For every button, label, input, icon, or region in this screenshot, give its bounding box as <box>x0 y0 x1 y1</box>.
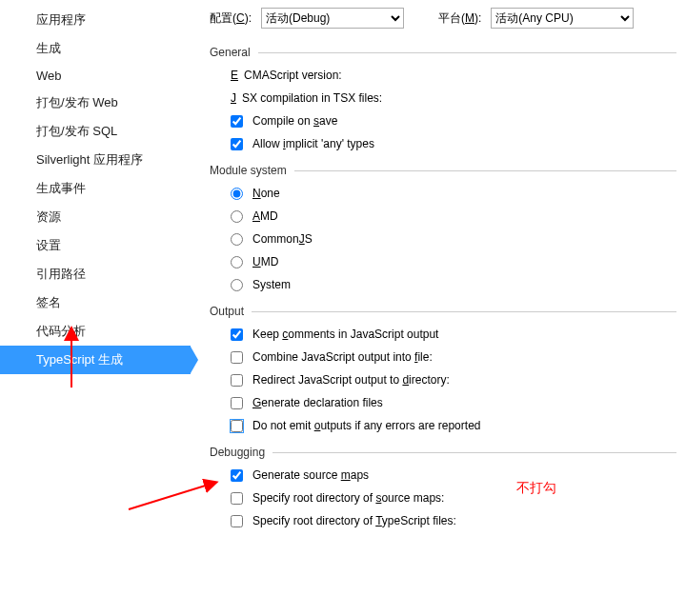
no-emit-on-error-label: Do not emit outputs if any errors are re… <box>252 419 480 432</box>
sidebar-item-code-analysis[interactable]: 代码分析 <box>0 317 191 346</box>
module-system-radio[interactable] <box>231 279 243 291</box>
keep-comments-label: Keep comments in JavaScript output <box>252 328 438 341</box>
sidebar-item-package-web[interactable]: 打包/发布 Web <box>0 89 191 117</box>
root-source-maps-checkbox[interactable] <box>231 492 243 505</box>
generate-source-maps-label: Generate source maps <box>252 468 369 482</box>
module-none-radio[interactable] <box>231 188 243 200</box>
module-commonjs-radio[interactable] <box>231 233 243 246</box>
sidebar-item-build[interactable]: 生成 <box>0 34 191 63</box>
content-panel: 配置(C): 活动(Debug) 平台(M): 活动(Any CPU) Gene… <box>191 0 686 616</box>
module-none-label: None <box>252 187 280 200</box>
module-amd-label: AMD <box>252 209 278 223</box>
sidebar-item-resources[interactable]: 资源 <box>0 203 191 231</box>
keep-comments-checkbox[interactable] <box>231 328 243 341</box>
sidebar-item-ref-paths[interactable]: 引用路径 <box>0 260 191 288</box>
root-typescript-checkbox[interactable] <box>231 515 243 527</box>
module-umd-radio[interactable] <box>231 256 243 268</box>
config-label: 配置(C): <box>210 10 252 27</box>
sidebar-item-package-sql[interactable]: 打包/发布 SQL <box>0 117 191 146</box>
allow-implicit-any-checkbox[interactable] <box>231 138 243 150</box>
generate-declaration-checkbox[interactable] <box>231 397 243 409</box>
platform-select[interactable]: 活动(Any CPU) <box>491 8 634 29</box>
config-select[interactable]: 活动(Debug) <box>261 8 404 29</box>
sidebar-item-build-events[interactable]: 生成事件 <box>0 174 191 203</box>
sidebar-item-app[interactable]: 应用程序 <box>0 6 191 34</box>
group-header-general: General <box>210 46 676 59</box>
group-header-module: Module system <box>210 164 676 177</box>
sidebar-item-typescript-build[interactable]: TypeScript 生成 <box>0 346 191 374</box>
module-system-label: System <box>252 278 291 291</box>
generate-declaration-label: Generate declaration files <box>252 396 383 409</box>
compile-on-save-label: Compile on save <box>252 114 337 128</box>
root-typescript-label: Specify root directory of TypeScript fil… <box>252 514 456 527</box>
combine-output-label: Combine JavaScript output into file: <box>252 350 433 364</box>
module-commonjs-label: CommonJS <box>252 232 313 246</box>
generate-source-maps-checkbox[interactable] <box>231 469 243 482</box>
redirect-output-label: Redirect JavaScript output to directory: <box>252 373 450 387</box>
ecmascript-version-label: ECMAScript version: <box>231 69 676 82</box>
compile-on-save-checkbox[interactable] <box>231 115 243 128</box>
no-emit-on-error-checkbox[interactable] <box>231 420 243 432</box>
sidebar-item-settings[interactable]: 设置 <box>0 231 191 260</box>
group-header-debugging: Debugging <box>210 446 676 459</box>
sidebar: 应用程序 生成 Web 打包/发布 Web 打包/发布 SQL Silverli… <box>0 0 191 616</box>
platform-label: 平台(M): <box>438 10 481 27</box>
sidebar-item-signing[interactable]: 签名 <box>0 288 191 317</box>
combine-output-checkbox[interactable] <box>231 351 243 364</box>
root-source-maps-label: Specify root directory of source maps: <box>252 491 444 505</box>
sidebar-item-web[interactable]: Web <box>0 63 191 89</box>
redirect-output-checkbox[interactable] <box>231 374 243 387</box>
jsx-compilation-label: JSX compilation in TSX files: <box>231 91 676 105</box>
sidebar-item-silverlight[interactable]: Silverlight 应用程序 <box>0 146 191 174</box>
allow-implicit-any-label: Allow implicit 'any' types <box>252 137 374 150</box>
module-umd-label: UMD <box>252 255 278 268</box>
group-header-output: Output <box>210 305 676 318</box>
config-row: 配置(C): 活动(Debug) 平台(M): 活动(Any CPU) <box>210 8 676 29</box>
module-amd-radio[interactable] <box>231 210 243 223</box>
